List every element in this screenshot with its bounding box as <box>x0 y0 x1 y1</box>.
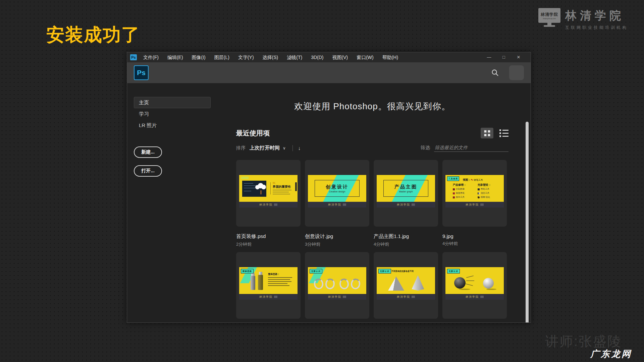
sort-direction-icon[interactable]: ↓ <box>298 145 301 151</box>
sidebar: 主页 学习 LR 照片 新建... 打开... <box>127 83 211 322</box>
thumb-footer-text: 林清学院 <box>259 203 273 206</box>
tag-shape <box>241 177 249 179</box>
filter-input[interactable] <box>434 144 508 152</box>
sidebar-item-home[interactable]: 主页 <box>134 97 211 108</box>
file-cell: 工具使用 抠图：✎ 钢笔工具 产品修瑕： 仿制图章 修复画笔 修补工具 <box>442 160 507 247</box>
seal-shape <box>274 296 277 298</box>
sort-label: 排序 <box>236 145 246 151</box>
file-card-rings[interactable]: 光影认识 林清学院 <box>305 252 369 319</box>
thumb-badge: 光影认识 <box>310 269 322 274</box>
brush-icon <box>478 188 480 190</box>
thumb-subtitle: Master graph <box>399 190 413 193</box>
ps-mini-icon: Ps <box>130 54 137 60</box>
thumb-badge: 光影认识 <box>378 269 391 274</box>
file-cell: 01 界面的重要性 林清学院 <box>236 160 301 247</box>
brand-name: 林清学院 <box>565 8 628 23</box>
blur-icon <box>478 196 480 198</box>
photoshop-window: Ps 文件(F) 编辑(E) 图像(I) 图层(L) 文字(Y) 选择(S) 滤… <box>127 52 531 323</box>
thumb-title: 创意设计 <box>326 184 348 190</box>
recent-files-grid: 01 界面的重要性 林清学院 <box>236 160 508 322</box>
ps-logo: Ps <box>134 65 149 80</box>
menu-view[interactable]: 视图(V) <box>328 52 352 62</box>
list-view-icon[interactable] <box>499 129 508 137</box>
thumbnail: 精修思路 整体思路： 林清学院 <box>239 267 298 300</box>
file-name[interactable]: 产品主图1.1.jpg <box>374 233 438 240</box>
brand-icon-text: 林清学院 <box>541 12 558 17</box>
thumb-caption: 不同形体的光影各是不同 <box>391 270 414 273</box>
file-time: 2分钟前 <box>236 241 301 247</box>
cloud-shape <box>255 183 267 190</box>
file-card-homepage[interactable]: 01 界面的重要性 林清学院 <box>236 160 301 227</box>
file-name[interactable]: 首页装修.psd <box>236 233 301 240</box>
menu-select[interactable]: 选择(S) <box>258 52 283 62</box>
menu-type[interactable]: 文字(Y) <box>234 52 258 62</box>
seal-shape <box>274 203 277 206</box>
gradient-icon <box>478 192 480 194</box>
pen-icon: ✎ <box>471 179 473 181</box>
file-cell: 精修思路 整体思路： 林清学院 <box>236 252 301 322</box>
menu-help[interactable]: 帮助(H) <box>378 52 402 62</box>
thumb-item: 修补工具 <box>456 196 465 199</box>
sidebar-item-lr-photos[interactable]: LR 照片 <box>134 120 211 131</box>
file-cell: 产品主图 Master graph 林清学院 产品主图1.1.jpg 4分钟前 <box>374 160 438 247</box>
maximize-icon[interactable]: □ <box>496 52 511 62</box>
cone-shape <box>411 275 425 291</box>
welcome-heading: 欢迎使用 Photoshop。很高兴见到你。 <box>236 101 508 112</box>
thumbnail: 光影认识 林清学院 <box>445 267 504 300</box>
bottle-shape <box>251 276 255 290</box>
file-time: 4分钟前 <box>374 241 438 247</box>
thumbnail: 工具使用 抠图：✎ 钢笔工具 产品修瑕： 仿制图章 修复画笔 修补工具 <box>445 175 504 207</box>
patch-icon <box>453 196 455 198</box>
chevron-down-icon[interactable]: ∨ <box>283 146 286 150</box>
file-name[interactable]: 创意设计.jpg <box>305 233 369 240</box>
healing-brush-icon <box>453 192 455 194</box>
file-card-9jpg[interactable]: 工具使用 抠图：✎ 钢笔工具 产品修瑕： 仿制图章 修复画笔 修补工具 <box>442 160 507 227</box>
menu-file[interactable]: 文件(F) <box>139 52 163 62</box>
new-button[interactable]: 新建... <box>134 146 162 158</box>
thumb-badge: 工具使用 <box>447 176 459 181</box>
watermark-site: 广东龙网 <box>590 348 632 360</box>
open-button[interactable]: 打开... <box>134 165 162 177</box>
thumb-number: 01 <box>273 182 275 184</box>
file-name[interactable]: 9.jpg <box>442 233 507 239</box>
thumb-title: 界面的重要性 <box>273 185 291 189</box>
file-time: 4分钟前 <box>442 241 507 247</box>
menu-layer[interactable]: 图层(L) <box>210 52 234 62</box>
grid-view-button[interactable] <box>481 128 493 138</box>
close-icon[interactable]: ✕ <box>511 52 526 62</box>
menu-edit[interactable]: 编辑(E) <box>163 52 187 62</box>
thumb-col-title: 产品修瑕： <box>453 183 466 187</box>
file-card-bottles[interactable]: 精修思路 整体思路： 林清学院 <box>236 252 301 319</box>
main-panel: 欢迎使用 Photoshop。很高兴见到你。 最近使用项 排序 上次打开时间 ∨… <box>236 83 508 322</box>
sort-value[interactable]: 上次打开时间 <box>250 145 280 151</box>
menu-image[interactable]: 图像(I) <box>187 52 210 62</box>
thumb-label: 抠图： <box>463 178 471 181</box>
thumb-item: 修复画笔 <box>456 192 465 195</box>
menu-3d[interactable]: 3D(D) <box>307 52 328 62</box>
ring-shape <box>350 278 361 290</box>
thumb-item: 渐变工具 <box>481 192 489 195</box>
sidebar-item-learn[interactable]: 学习 <box>134 108 211 120</box>
menu-bar: Ps 文件(F) 编辑(E) 图像(I) 图层(L) 文字(Y) 选择(S) 滤… <box>127 52 531 62</box>
file-card-product[interactable]: 产品主图 Master graph 林清学院 <box>374 160 438 227</box>
seal-shape <box>343 203 346 206</box>
thumb-subtitle: Creative design <box>329 190 345 193</box>
menu-filter[interactable]: 滤镜(T) <box>282 52 307 62</box>
minimize-icon[interactable]: — <box>482 52 496 62</box>
file-card-creative[interactable]: 创意设计 Creative design 林清学院 <box>305 160 369 227</box>
thumb-title: 产品主图 <box>394 184 417 190</box>
thumbnail: 光影认识 林清学院 <box>308 267 366 300</box>
ring-shape <box>339 278 349 290</box>
menu-window[interactable]: 窗口(W) <box>352 52 378 62</box>
sphere-shape <box>454 277 466 289</box>
thumb-title: 整体思路： <box>268 273 280 276</box>
grid-view-icon <box>484 130 490 136</box>
file-card-spheres[interactable]: 光影认识 林清学院 <box>442 252 507 319</box>
scrollbar[interactable] <box>526 122 529 322</box>
file-card-cones[interactable]: 光影认识 不同形体的光影各是不同 林清学院 <box>374 252 438 319</box>
avatar[interactable] <box>509 65 524 80</box>
search-icon[interactable] <box>491 69 499 77</box>
file-cell: 光影认识 不同形体的光影各是不同 林清学院 <box>374 252 438 322</box>
figure-shape <box>260 190 262 194</box>
stamp-icon <box>453 188 455 190</box>
